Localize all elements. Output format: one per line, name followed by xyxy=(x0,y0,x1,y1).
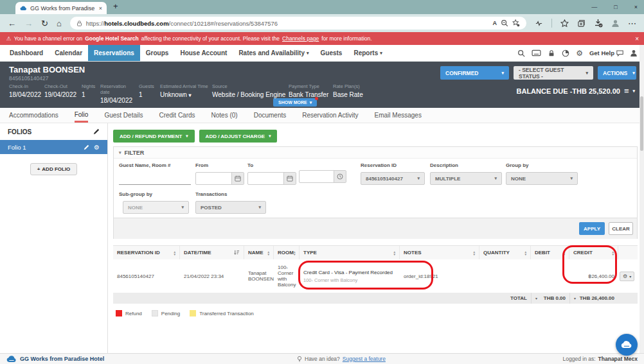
folio-gear-icon[interactable]: ⚙ xyxy=(94,144,100,151)
edit-pencil-icon[interactable] xyxy=(84,144,89,150)
favorites-settings-icon[interactable] xyxy=(512,19,520,27)
add-adjust-charge-button[interactable]: ADD / ADJUST CHARGE▾ xyxy=(199,130,278,143)
settings-gear-icon[interactable]: ⚙ xyxy=(576,49,583,58)
col-name[interactable]: NAME xyxy=(244,246,274,259)
channels-page-link[interactable]: Channels page xyxy=(282,35,319,42)
col-credit[interactable]: CREDIT xyxy=(569,246,618,259)
favorites-star-icon[interactable] xyxy=(560,19,569,28)
forward-icon[interactable]: → xyxy=(24,19,33,28)
zoom-out-icon[interactable] xyxy=(501,19,508,27)
estimated-arrival-dropdown[interactable]: Estimated Arrival TimeUnknown ▾ xyxy=(160,83,209,104)
col-debit[interactable]: DEBIT xyxy=(531,246,569,259)
from-date-input[interactable] xyxy=(195,172,244,185)
chevron-down-icon[interactable]: ▾ xyxy=(632,89,635,94)
row-actions-button[interactable]: ⚙▾ xyxy=(620,272,634,281)
tab-accommodations[interactable]: Accommodations xyxy=(9,108,58,123)
chevron-down-icon[interactable]: ▾ xyxy=(574,296,576,300)
clear-button[interactable]: CLEAR xyxy=(609,222,633,235)
to-time-input[interactable] xyxy=(299,170,346,183)
tab-reservation-activity[interactable]: Reservation Activity xyxy=(302,108,358,123)
add-folio-button[interactable]: + ADD FOLIO xyxy=(30,163,78,175)
guest-status-dropdown[interactable]: - SELECT GUEST STATUS -▾ xyxy=(514,66,593,80)
nav-item-guests[interactable]: Guests xyxy=(315,45,348,61)
tab-close-icon[interactable]: × xyxy=(99,5,102,12)
tab-notes[interactable]: Notes (0) xyxy=(211,108,238,123)
filter-header[interactable]: ▾ FILTER xyxy=(114,147,637,159)
user-icon[interactable] xyxy=(630,49,638,57)
nav-item-reservations[interactable]: Reservations xyxy=(88,45,140,61)
actions-button[interactable]: ACTIONS▾ xyxy=(598,66,636,80)
back-icon[interactable]: ← xyxy=(8,19,16,28)
col-reservation-id[interactable]: RESERVATION ID xyxy=(113,246,180,259)
browser-menu-icon[interactable]: ⋯ xyxy=(628,19,636,28)
total-credit: ▾THB 26,400.00 xyxy=(569,293,618,304)
tab-guest-details[interactable]: Guest Details xyxy=(104,108,143,123)
get-help-button[interactable]: Get Help xyxy=(589,49,623,56)
guest-name-input[interactable] xyxy=(119,168,191,185)
browser-toolbar: ← → ↻ ⌂ https://hotels.cloudbeds.com/con… xyxy=(0,14,644,32)
tab-credit-cards[interactable]: Credit Cards xyxy=(159,108,195,123)
banner-close-icon[interactable]: × xyxy=(635,35,639,42)
edit-pencil-icon[interactable] xyxy=(93,128,100,135)
sort-icon[interactable] xyxy=(473,250,475,256)
sort-desc-icon[interactable] xyxy=(234,250,240,256)
window-maximize-button[interactable]: □ xyxy=(614,4,617,10)
sort-icon[interactable] xyxy=(393,250,395,256)
chevron-down-icon[interactable]: ▾ xyxy=(535,296,537,300)
description-select[interactable]: MULTIPLE▾ xyxy=(430,172,502,185)
group-by-select[interactable]: NONE▾ xyxy=(506,172,578,185)
tab-email-messages[interactable]: Email Messages xyxy=(375,108,422,123)
sort-icon[interactable] xyxy=(563,250,565,256)
sort-icon[interactable] xyxy=(524,250,526,256)
downloads-icon[interactable] xyxy=(594,19,603,28)
nav-item-rates-availability[interactable]: Rates and Availability▾ xyxy=(233,45,314,61)
tab-folio[interactable]: Folio xyxy=(75,108,89,123)
profile-avatar-icon[interactable] xyxy=(611,19,620,28)
add-refund-payment-button[interactable]: ADD / REFUND PAYMENT▾ xyxy=(113,130,195,143)
sort-icon[interactable] xyxy=(612,250,614,256)
to-date-input[interactable] xyxy=(247,172,296,185)
window-minimize-button[interactable]: — xyxy=(591,4,597,10)
status-dropdown[interactable]: CONFIRMED▾ xyxy=(440,66,509,80)
col-type[interactable]: TYPE xyxy=(300,246,400,259)
sub-group-by-select[interactable]: NONE▾ xyxy=(123,201,189,214)
browser-essentials-icon[interactable] xyxy=(535,19,543,28)
folio-list-item[interactable]: Folio 1 ⚙ xyxy=(0,140,107,154)
reservation-id-label: Reservation ID xyxy=(361,162,425,168)
collections-icon[interactable] xyxy=(577,19,586,28)
sort-icon[interactable] xyxy=(294,250,296,256)
nav-item-reports[interactable]: Reports▾ xyxy=(348,45,388,61)
legend: Refund Pending Transferred Transaction xyxy=(116,310,254,316)
read-aloud-icon[interactable]: A xyxy=(493,20,497,26)
refresh-icon[interactable]: ↻ xyxy=(41,19,48,28)
col-notes[interactable]: NOTES xyxy=(400,246,479,259)
suggest-feature-link[interactable]: Suggest a feature xyxy=(343,356,386,362)
reservation-id-select[interactable]: 8456105140427▾ xyxy=(361,172,425,185)
search-icon[interactable] xyxy=(517,49,525,57)
nav-item-groups[interactable]: Groups xyxy=(140,45,175,61)
nav-item-house-account[interactable]: House Account xyxy=(174,45,233,61)
window-close-button[interactable]: × xyxy=(634,4,638,10)
tab-documents[interactable]: Documents xyxy=(254,108,287,123)
scrollbar-thumb[interactable] xyxy=(640,96,643,151)
col-date-time[interactable]: DATE/TIME xyxy=(180,246,244,259)
sort-icon[interactable] xyxy=(174,250,175,256)
nav-item-calendar[interactable]: Calendar xyxy=(49,45,88,61)
col-quantity[interactable]: QUANTITY xyxy=(479,246,531,259)
cash-drawer-icon[interactable] xyxy=(548,49,555,57)
sort-icon[interactable] xyxy=(267,250,269,256)
new-tab-button[interactable]: + xyxy=(113,1,118,11)
balance-menu-icon[interactable]: ≡ xyxy=(624,86,629,96)
chat-widget-button[interactable] xyxy=(616,334,638,356)
transactions-select[interactable]: POSTED▾ xyxy=(195,201,266,214)
apply-button[interactable]: APPLY xyxy=(579,222,605,235)
home-icon[interactable]: ⌂ xyxy=(57,19,62,28)
url-bar[interactable]: https://hotels.cloudbeds.com/connect/102… xyxy=(70,17,526,30)
payments-icon[interactable] xyxy=(532,49,541,56)
reports-pie-icon[interactable] xyxy=(562,49,569,57)
nav-item-dashboard[interactable]: Dashboard xyxy=(4,45,49,61)
browser-tab[interactable]: GG Works from Paradise Hotel - × xyxy=(15,2,107,14)
col-room[interactable]: ROOM xyxy=(274,246,300,259)
show-more-button[interactable]: SHOW MORE ▾ xyxy=(273,98,317,107)
page-scrollbar[interactable] xyxy=(640,45,644,353)
